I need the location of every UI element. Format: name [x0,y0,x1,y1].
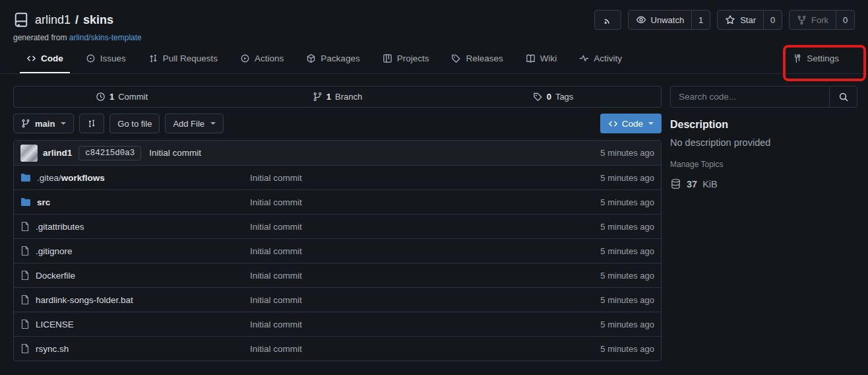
file-link[interactable]: rsync.sh [36,344,69,354]
branch-icon [21,119,30,128]
tab-activity[interactable]: Activity [573,53,629,73]
file-table: arlind1 c84215d0a3 Initial commit 5 minu… [13,140,662,361]
commit-message-link[interactable]: Initial commit [250,320,600,329]
commit-message-link[interactable]: Initial commit [250,173,600,183]
file-name-cell: hardlink-songs-folder.bat [20,294,250,305]
stars-count[interactable]: 0 [763,11,782,29]
tab-actions[interactable]: Actions [233,53,290,73]
file-icon [20,221,30,232]
generated-from-prefix: generated from [13,33,67,42]
tab-settings[interactable]: Settings [786,53,846,73]
commit-message-link[interactable]: Initial commit [250,246,600,256]
commits-stat[interactable]: 1 Commit [14,86,230,107]
code-search-box [670,86,857,108]
file-name: rsync.sh [36,344,69,354]
file-updated-time: 5 minutes ago [600,320,654,329]
search-button[interactable] [829,86,857,107]
star-button[interactable]: Star [718,11,763,29]
file-updated-time: 5 minutes ago [600,271,654,281]
tab-packages[interactable]: Packages [299,53,366,73]
history-icon [96,92,106,102]
file-link[interactable]: hardlink-songs-folder.bat [36,295,133,305]
compare-button[interactable] [79,114,104,133]
file-row: rsync.shInitial commit5 minutes ago [14,336,661,360]
file-name-cell: .gitignore [20,246,250,256]
chevron-down-icon [210,122,216,125]
add-file-button[interactable]: Add File [165,114,224,133]
commit-message-link[interactable]: Initial commit [149,148,201,158]
avatar[interactable] [20,145,38,162]
watch-button-group: Unwatch 1 [628,10,711,30]
repo-owner-link[interactable]: arlind1 [35,13,71,27]
file-row: hardlink-songs-folder.batInitial commit5… [14,287,661,312]
file-icon [20,343,30,354]
tab-pull-requests[interactable]: Pull Requests [142,53,224,73]
template-repo-link[interactable]: arlind/skins-template [69,33,142,42]
commit-message-link[interactable]: Initial commit [250,295,600,305]
commit-message-link[interactable]: Initial commit [250,271,600,281]
commit-message-link[interactable]: Initial commit [250,344,600,354]
star-button-group: Star 0 [717,10,782,30]
file-name: workflows [61,173,105,183]
package-icon [306,53,316,63]
file-name-cell: src [20,197,250,207]
repo-sidebar: Description No description provided Mana… [670,86,857,361]
file-link[interactable]: Dockerfile [36,271,75,281]
folder-link[interactable]: .gitea/workflows [37,173,105,183]
forks-count[interactable]: 0 [836,11,854,29]
branch-selector[interactable]: main [13,114,74,133]
branches-count: 1 [326,92,331,102]
folder-link[interactable]: src [37,197,50,207]
search-code-input[interactable] [671,86,829,107]
branches-stat[interactable]: 1 Branch [230,86,445,107]
tab-label: Issues [100,53,126,63]
manage-topics-link[interactable]: Manage Topics [670,160,724,169]
header-actions: Unwatch 1 Star 0 [594,10,855,30]
tag-icon [533,92,543,102]
code-download-button[interactable]: Code [600,114,662,133]
folder-icon [20,197,31,207]
file-name-cell: rsync.sh [20,343,250,354]
file-link[interactable]: .gitattributes [36,222,84,232]
repo-name-link[interactable]: skins [83,13,113,27]
tab-code[interactable]: Code [20,53,70,73]
tags-stat[interactable]: 0 Tags [445,86,661,107]
commit-author-link[interactable]: arlind1 [43,148,72,158]
tab-label: Releases [466,53,503,63]
file-link[interactable]: LICENSE [36,320,74,329]
tab-projects[interactable]: Projects [376,53,436,73]
commit-hash-badge[interactable]: c84215d0a3 [78,146,141,160]
fork-button[interactable]: Fork [790,11,836,29]
rss-button[interactable] [594,10,621,30]
issue-icon [86,53,96,63]
file-updated-time: 5 minutes ago [600,222,654,232]
watchers-count[interactable]: 1 [691,11,710,29]
tab-wiki[interactable]: Wiki [519,53,564,73]
file-name: .gitattributes [36,222,84,232]
go-to-file-button[interactable]: Go to file [109,114,160,133]
branch-icon [313,92,323,102]
file-name-cell: LICENSE [20,319,250,329]
repo-size-unit: KiB [702,179,718,189]
commit-time: 5 minutes ago [600,148,654,158]
tab-releases[interactable]: Releases [445,53,509,73]
add-file-label: Add File [173,119,204,129]
tab-issues[interactable]: Issues [79,53,133,73]
unwatch-button[interactable]: Unwatch [629,11,692,29]
path-prefix: .gitea/ [37,173,61,183]
file-icon [20,319,30,329]
tags-count: 0 [547,92,551,102]
star-label: Star [740,15,756,25]
commit-message-link[interactable]: Initial commit [250,197,600,207]
fork-button-group: Fork 0 [789,10,855,30]
tab-label: Projects [397,53,429,63]
file-name-cell: .gitattributes [20,221,250,232]
file-link[interactable]: .gitignore [36,246,73,256]
file-name: LICENSE [36,320,74,329]
repo-separator: / [75,13,78,27]
generated-from: generated from arlind/skins-template [13,33,855,42]
code-button-label: Code [622,119,643,129]
commit-message-link[interactable]: Initial commit [250,222,600,232]
repo-content: 1 Commit 1 Branch [0,74,868,361]
book-icon [526,53,536,63]
